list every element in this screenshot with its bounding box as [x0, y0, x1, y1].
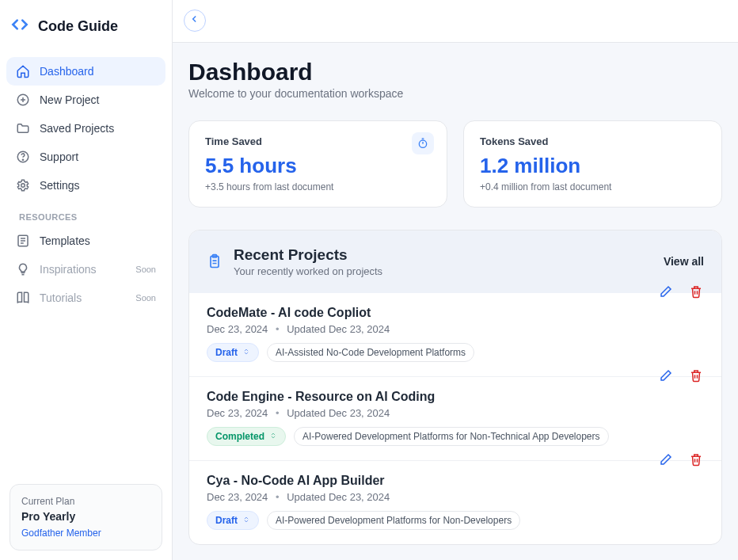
- stat-card-tokens-saved: Tokens Saved 1.2 million +0.4 million fr…: [463, 120, 722, 208]
- status-pill[interactable]: Completed: [207, 427, 286, 446]
- help-circle-icon: [16, 150, 30, 164]
- recent-projects-panel: Recent Projects Your recently worked on …: [188, 230, 722, 545]
- sidebar-item-support[interactable]: Support: [6, 143, 165, 171]
- main: Dashboard Welcome to your documentation …: [173, 0, 738, 560]
- project-row[interactable]: Cya - No-Code AI App Builder Dec 23, 202…: [189, 460, 721, 544]
- soon-badge: Soon: [135, 265, 156, 274]
- brand: Code Guide: [0, 0, 172, 52]
- project-title: Code Engine - Resource on AI Coding: [207, 390, 704, 404]
- tag-pill[interactable]: AI-Powered Development Platforms for Non…: [267, 511, 520, 530]
- sidebar-item-label: Tutorials: [40, 291, 82, 304]
- sidebar-item-label: Inspirations: [40, 263, 97, 276]
- project-title: CodeMate - AI code Copliot: [207, 306, 704, 320]
- plan-label: Current Plan: [21, 496, 150, 507]
- tag-pill[interactable]: AI-Powered Development Platforms for Non…: [294, 427, 609, 446]
- topbar: [173, 0, 738, 43]
- tag-pill[interactable]: AI-Assisted No-Code Development Platform…: [267, 343, 474, 362]
- sidebar-item-tutorials[interactable]: Tutorials Soon: [6, 284, 165, 312]
- stat-label: Time Saved: [205, 135, 431, 147]
- status-pill[interactable]: Draft: [207, 511, 259, 530]
- sidebar-item-saved-projects[interactable]: Saved Projects: [6, 114, 165, 143]
- chevron-left-icon: [189, 13, 200, 28]
- project-row[interactable]: CodeMate - AI code Copliot Dec 23, 2024 …: [189, 293, 721, 376]
- folder-icon: [16, 121, 30, 135]
- page-subtitle: Welcome to your documentation workspace: [188, 87, 722, 100]
- project-meta: Dec 23, 2024 • Updated Dec 23, 2024: [207, 407, 704, 419]
- plan-tier: Godfather Member: [21, 528, 150, 539]
- project-title: Cya - No-Code AI App Builder: [207, 474, 704, 488]
- project-updated: Updated Dec 23, 2024: [287, 407, 390, 419]
- plan-card[interactable]: Current Plan Pro Yearly Godfather Member: [10, 484, 162, 550]
- edit-button[interactable]: [658, 284, 674, 299]
- project-updated: Updated Dec 23, 2024: [287, 491, 390, 503]
- gear-icon: [16, 178, 30, 192]
- book-icon: [16, 291, 30, 305]
- project-meta: Dec 23, 2024 • Updated Dec 23, 2024: [207, 323, 704, 335]
- delete-button[interactable]: [688, 284, 704, 299]
- sidebar: Code Guide Dashboard New Project Saved P…: [0, 0, 173, 560]
- edit-button[interactable]: [658, 368, 674, 383]
- collapse-sidebar-button[interactable]: [184, 10, 206, 32]
- sidebar-item-label: Settings: [40, 179, 80, 192]
- svg-point-4: [22, 159, 23, 160]
- panel-title: Recent Projects: [234, 246, 382, 264]
- stat-value: 1.2 million: [480, 154, 706, 178]
- panel-subtitle: Your recently worked on projects: [234, 265, 382, 277]
- clipboard-icon: [207, 253, 223, 269]
- sidebar-item-label: Saved Projects: [40, 122, 114, 135]
- status-label: Draft: [215, 347, 238, 358]
- status-label: Draft: [215, 515, 238, 526]
- expand-icon: [242, 515, 250, 526]
- svg-point-5: [21, 184, 25, 188]
- brand-logo-icon: [10, 14, 30, 38]
- project-date: Dec 23, 2024: [207, 323, 268, 335]
- sidebar-item-inspirations[interactable]: Inspirations Soon: [6, 255, 165, 284]
- project-updated: Updated Dec 23, 2024: [287, 323, 390, 335]
- sidebar-item-new-project[interactable]: New Project: [6, 86, 165, 114]
- view-all-link[interactable]: View all: [664, 255, 704, 268]
- sidebar-item-label: Dashboard: [40, 65, 94, 78]
- lightbulb-icon: [16, 262, 30, 276]
- status-pill[interactable]: Draft: [207, 343, 259, 362]
- sidebar-item-label: New Project: [40, 93, 99, 106]
- project-date: Dec 23, 2024: [207, 407, 268, 419]
- sidebar-item-templates[interactable]: Templates: [6, 227, 165, 255]
- brand-name: Code Guide: [38, 18, 118, 35]
- status-label: Completed: [215, 431, 264, 442]
- stat-card-time-saved: Time Saved 5.5 hours +3.5 hours from las…: [188, 120, 447, 208]
- resources-section-label: RESOURCES: [6, 200, 165, 227]
- project-date: Dec 23, 2024: [207, 491, 268, 503]
- stat-label: Tokens Saved: [480, 135, 706, 147]
- primary-nav: Dashboard New Project Saved Projects Sup…: [0, 52, 172, 317]
- stats-row: Time Saved 5.5 hours +3.5 hours from las…: [188, 120, 722, 208]
- sidebar-item-dashboard[interactable]: Dashboard: [6, 57, 165, 86]
- template-icon: [16, 234, 30, 248]
- home-icon: [16, 64, 30, 78]
- delete-button[interactable]: [688, 451, 704, 467]
- soon-badge: Soon: [135, 293, 156, 303]
- plan-name: Pro Yearly: [21, 510, 150, 523]
- stopwatch-icon: [412, 132, 434, 154]
- sidebar-item-label: Support: [40, 150, 78, 163]
- project-row[interactable]: Code Engine - Resource on AI Coding Dec …: [189, 376, 721, 460]
- edit-button[interactable]: [658, 451, 674, 467]
- sidebar-item-settings[interactable]: Settings: [6, 171, 165, 200]
- expand-icon: [242, 347, 250, 358]
- stat-value: 5.5 hours: [205, 154, 431, 178]
- expand-icon: [269, 431, 277, 442]
- panel-header: Recent Projects Your recently worked on …: [189, 230, 721, 293]
- stat-delta: +3.5 hours from last document: [205, 181, 431, 192]
- content: Dashboard Welcome to your documentation …: [173, 43, 738, 560]
- project-meta: Dec 23, 2024 • Updated Dec 23, 2024: [207, 491, 704, 503]
- delete-button[interactable]: [688, 368, 704, 383]
- plus-circle-icon: [16, 93, 30, 107]
- sidebar-item-label: Templates: [40, 234, 90, 247]
- page-title: Dashboard: [188, 59, 722, 86]
- stat-delta: +0.4 million from last document: [480, 181, 706, 192]
